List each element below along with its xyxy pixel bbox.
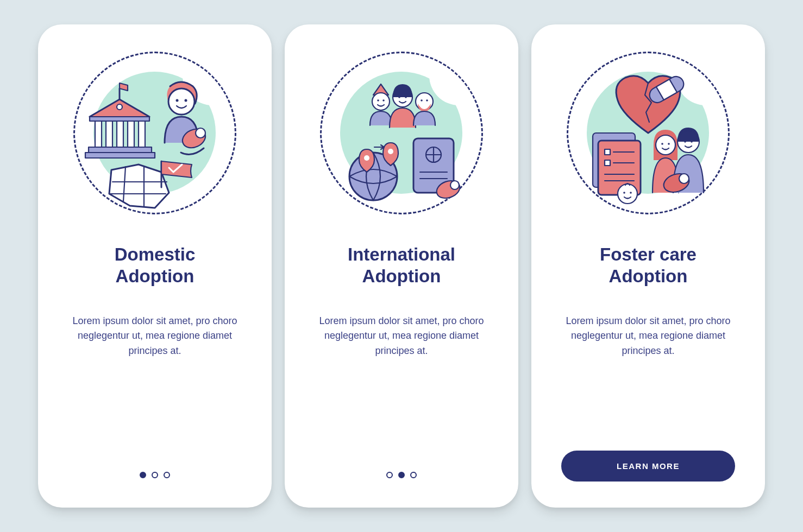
page-dot-1[interactable] (386, 472, 393, 478)
svg-point-35 (382, 99, 385, 102)
foster-care-adoption-illustration (567, 52, 730, 214)
learn-more-button[interactable]: LEARN MORE (561, 451, 735, 482)
svg-point-43 (426, 99, 428, 102)
svg-point-21 (176, 99, 179, 102)
svg-rect-14 (89, 147, 152, 153)
svg-rect-7 (128, 121, 134, 147)
svg-rect-68 (605, 149, 610, 155)
page-indicator (140, 472, 170, 482)
onboarding-card-international: International Adoption Lorem ipsum dolor… (285, 24, 518, 508)
page-dot-1[interactable] (140, 472, 146, 478)
foster-icon (567, 52, 730, 214)
onboarding-card-foster: Foster care Adoption Lorem ipsum dolor s… (531, 24, 765, 508)
svg-rect-16 (85, 153, 155, 158)
card-description: Lorem ipsum dolor sit amet, pro choro ne… (564, 314, 732, 359)
svg-point-76 (623, 192, 625, 194)
page-dot-3[interactable] (410, 472, 417, 478)
svg-point-42 (421, 99, 423, 102)
onboarding-screens-row: Domestic Adoption Lorem ipsum dolor sit … (38, 24, 765, 508)
card-title: Domestic Adoption (115, 244, 196, 288)
onboarding-card-domestic: Domestic Adoption Lorem ipsum dolor sit … (38, 24, 272, 508)
svg-point-46 (364, 155, 369, 161)
page-dot-3[interactable] (164, 472, 170, 478)
svg-rect-6 (117, 121, 123, 147)
svg-point-81 (668, 143, 670, 145)
card-title: International Adoption (348, 244, 455, 288)
svg-point-22 (185, 99, 187, 102)
svg-rect-4 (95, 121, 102, 147)
international-adoption-illustration (320, 52, 483, 214)
svg-rect-0 (90, 117, 149, 121)
svg-rect-8 (139, 121, 145, 147)
page-dot-2[interactable] (398, 472, 405, 478)
svg-point-34 (377, 99, 379, 102)
svg-point-47 (388, 149, 393, 154)
svg-point-80 (661, 143, 663, 145)
svg-rect-70 (605, 160, 610, 166)
card-description: Lorem ipsum dolor sit amet, pro choro ne… (317, 314, 486, 359)
card-description: Lorem ipsum dolor sit amet, pro choro ne… (71, 314, 239, 359)
svg-point-84 (684, 141, 686, 143)
svg-rect-5 (106, 121, 112, 147)
international-icon (320, 52, 483, 214)
domestic-icon (73, 52, 236, 214)
svg-point-39 (405, 96, 407, 98)
page-indicator (386, 472, 417, 482)
page-dot-2[interactable] (152, 472, 158, 478)
svg-point-85 (691, 141, 693, 143)
svg-point-38 (398, 96, 400, 98)
domestic-adoption-illustration (73, 52, 236, 214)
card-title: Foster care Adoption (600, 244, 697, 288)
svg-point-77 (630, 192, 632, 194)
